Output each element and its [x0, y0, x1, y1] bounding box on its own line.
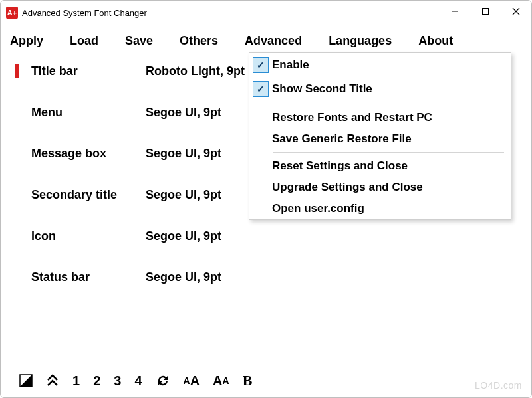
- dropdown-label: Reset Settings and Close: [272, 159, 408, 173]
- bold-icon[interactable]: B: [243, 372, 253, 389]
- menu-save[interactable]: Save: [125, 31, 164, 50]
- row-value: Segoe UI, 9pt: [146, 229, 221, 243]
- dropdown-open-config[interactable]: Open user.config: [249, 198, 511, 219]
- app-icon: A+: [6, 7, 18, 19]
- dropdown-label: Show Second Title: [272, 82, 372, 96]
- advanced-dropdown: ✓ Enable ✓ Show Second Title Restore Fon…: [249, 52, 511, 220]
- menu-apply[interactable]: Apply: [10, 31, 54, 50]
- row-value: Segoe UI, 9pt: [146, 270, 221, 284]
- preset-4-button[interactable]: 4: [134, 373, 142, 389]
- refresh-icon[interactable]: [156, 374, 170, 387]
- row-label: Title bar: [31, 64, 146, 78]
- row-label: Status bar: [31, 270, 146, 284]
- dropdown-label: Upgrade Settings and Close: [272, 181, 423, 194]
- row-icon[interactable]: Icon Segoe UI, 9pt: [15, 229, 518, 243]
- font-case-icon[interactable]: AA: [213, 373, 229, 389]
- active-marker: [15, 64, 19, 78]
- svg-rect-1: [483, 9, 489, 15]
- dropdown-restore-fonts[interactable]: Restore Fonts and Restart PC: [249, 107, 511, 128]
- titlebar: A+ Advanced System Font Changer: [1, 1, 531, 25]
- dropdown-label: Save Generic Restore File: [272, 132, 412, 146]
- app-window: A+ Advanced System Font Changer Apply Lo…: [0, 0, 532, 398]
- maximize-button[interactable]: [470, 1, 501, 22]
- preset-3-button[interactable]: 3: [114, 373, 121, 389]
- preset-2-button[interactable]: 2: [93, 373, 100, 389]
- dropdown-separator: [273, 104, 504, 104]
- double-up-icon[interactable]: [46, 374, 59, 387]
- row-label: Message box: [31, 147, 146, 161]
- dropdown-label: Enable: [272, 58, 309, 72]
- row-value: Segoe UI, 9pt: [146, 106, 221, 120]
- check-icon: ✓: [253, 81, 269, 97]
- menu-about[interactable]: About: [418, 31, 464, 50]
- minimize-button[interactable]: [440, 1, 470, 22]
- row-status-bar[interactable]: Status bar Segoe UI, 9pt: [15, 270, 518, 284]
- watermark: LO4D.com: [475, 380, 522, 391]
- row-label: Secondary title: [31, 188, 146, 202]
- menu-others[interactable]: Others: [180, 31, 229, 50]
- menubar: Apply Load Save Others Advanced Language…: [1, 25, 531, 54]
- svg-marker-5: [20, 375, 32, 387]
- menu-advanced[interactable]: Advanced: [245, 31, 313, 50]
- contrast-icon[interactable]: [19, 374, 33, 387]
- menu-languages[interactable]: Languages: [329, 31, 402, 50]
- row-value: Segoe UI, 9pt: [146, 188, 221, 202]
- dropdown-reset-close[interactable]: Reset Settings and Close: [249, 155, 511, 177]
- dropdown-save-restore-file[interactable]: Save Generic Restore File: [249, 128, 511, 149]
- menu-load[interactable]: Load: [70, 31, 109, 50]
- dropdown-separator: [273, 152, 504, 153]
- font-size-icon[interactable]: AA: [184, 373, 200, 389]
- row-value: Roboto Light, 9pt: [146, 64, 245, 78]
- window-controls: [440, 1, 531, 22]
- row-label: Icon: [31, 229, 146, 243]
- dropdown-show-second-title[interactable]: ✓ Show Second Title: [249, 77, 511, 101]
- window-title: Advanced System Font Changer: [22, 8, 147, 18]
- row-label: Menu: [31, 106, 146, 120]
- dropdown-label: Open user.config: [272, 202, 364, 215]
- row-value: Segoe UI, 9pt: [146, 147, 221, 161]
- preset-1-button[interactable]: 1: [72, 373, 80, 389]
- check-icon: ✓: [253, 57, 269, 73]
- bottom-toolbar: 1 2 3 4 AA AA B: [19, 372, 252, 389]
- close-button[interactable]: [501, 1, 531, 22]
- dropdown-upgrade-close[interactable]: Upgrade Settings and Close: [249, 177, 511, 198]
- dropdown-label: Restore Fonts and Restart PC: [272, 111, 432, 124]
- dropdown-enable[interactable]: ✓ Enable: [249, 53, 511, 77]
